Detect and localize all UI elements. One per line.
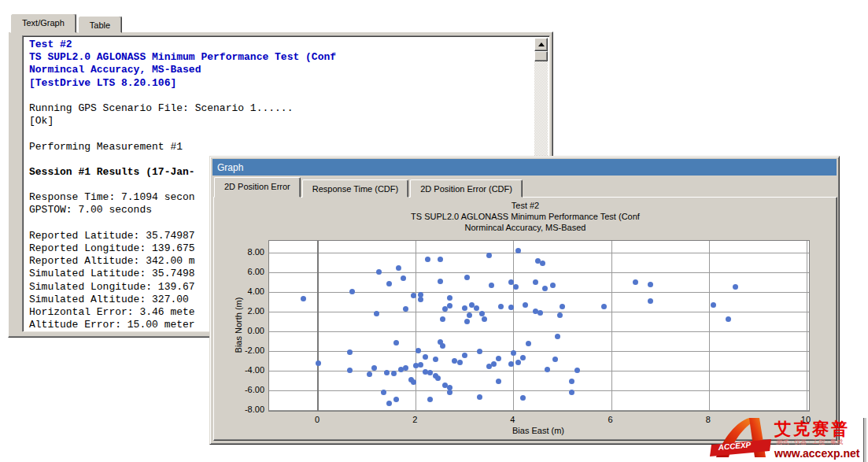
gridline-horizontal <box>269 390 809 391</box>
scatter-point <box>726 316 731 322</box>
x-tick-label: 4 <box>497 415 528 424</box>
scatter-point <box>496 379 501 384</box>
scatter-point <box>447 390 452 395</box>
gridline-vertical <box>611 241 612 411</box>
console-line: Running GPS Scenario File: Scenario 1...… <box>29 102 534 115</box>
scatter-point <box>462 305 467 311</box>
scatter-point <box>418 297 423 302</box>
scatter-point <box>477 394 482 400</box>
scatter-point <box>496 356 501 361</box>
scatter-point <box>418 362 423 368</box>
scatter-point <box>552 357 558 362</box>
accexp-url: www.accexp.net <box>774 447 860 460</box>
scatter-point <box>347 368 353 373</box>
scatter-point <box>464 319 470 324</box>
gridline-vertical <box>709 241 710 411</box>
scatter-point <box>467 312 472 318</box>
scatter-point <box>555 334 560 339</box>
console-line: [Ok] <box>29 115 534 128</box>
graph-titlebar[interactable]: Graph <box>212 159 837 176</box>
scatter-point <box>393 340 399 346</box>
scatter-point <box>648 298 653 304</box>
scatter-point <box>381 390 386 395</box>
chart-title-line3: Normincal Accuracy, MS-Based <box>214 223 837 232</box>
scatter-point <box>526 341 531 346</box>
scatter-point <box>482 316 487 322</box>
scatter-point <box>401 275 406 281</box>
x-tick-label: 0 <box>301 415 333 424</box>
tab-response-time-cdf[interactable]: Response Time (CDF) <box>302 179 408 198</box>
tab-text-graph[interactable]: Text/Graph <box>10 13 76 33</box>
scatter-point <box>301 296 306 301</box>
scatter-point <box>440 316 445 322</box>
scatter-point <box>349 289 355 294</box>
y-tick-label: -4.00 <box>228 365 264 375</box>
scatter-point <box>316 360 321 366</box>
scatter-point <box>486 253 492 258</box>
gridline-vertical <box>416 241 416 411</box>
accexp-watermark: ACCEXP 艾克赛普 测试 · 仪器 · 工控 · 集成 www.accexp… <box>710 416 868 462</box>
scatter-point <box>391 371 397 376</box>
accexp-tagline-cn: 测试 · 仪器 · 工控 · 集成 <box>776 438 843 445</box>
scatter-point <box>491 361 497 367</box>
scatter-point <box>427 397 433 402</box>
scatter-point <box>425 257 430 262</box>
y-tick-label: -6.00 <box>228 385 264 395</box>
x-tick-label: 2 <box>399 415 430 424</box>
scatter-point <box>457 360 463 365</box>
scatter-point <box>396 265 401 271</box>
scatter-point <box>520 355 526 360</box>
scatter-point <box>508 279 514 285</box>
scatter-point <box>508 361 514 367</box>
accexp-logo: ACCEXP 艾克赛普 测试 · 仪器 · 工控 · 集成 www.accexp… <box>710 416 868 462</box>
scatter-point <box>542 286 548 291</box>
tab-2d-position-error-cdf[interactable]: 2D Position Error (CDF) <box>410 179 523 198</box>
scatter-point <box>447 295 452 301</box>
scatter-point <box>733 284 738 290</box>
scatter-point <box>474 305 479 311</box>
chart-panel: Test #2 TS SUPL2.0 AGLONASS Minimum Perf… <box>213 197 837 441</box>
y-tick-label: 0.00 <box>228 326 264 336</box>
scatter-point <box>479 311 485 316</box>
console-line <box>29 128 534 140</box>
scrollbar-thumb[interactable] <box>534 51 548 61</box>
scatter-point <box>511 350 516 356</box>
scatter-point <box>411 379 416 385</box>
scatter-point <box>438 257 443 262</box>
tab-2d-position-error[interactable]: 2D Position Error <box>214 177 301 198</box>
scatter-point <box>403 306 408 312</box>
gridline-horizontal <box>269 410 809 411</box>
scatter-point <box>462 353 467 358</box>
tab-table[interactable]: Table <box>78 16 122 33</box>
scatter-point <box>393 397 399 402</box>
scatter-point <box>438 279 443 284</box>
scatter-point <box>557 312 563 318</box>
gridline-horizontal <box>269 331 809 332</box>
scatter-point <box>386 281 392 286</box>
gridline-vertical <box>807 241 807 411</box>
chart-title-line1: Test #2 <box>214 201 837 210</box>
y-tick-label: -8.00 <box>228 405 264 415</box>
graph-window: Graph 2D Position Error Response Time (C… <box>209 156 840 445</box>
gridline-horizontal <box>269 253 809 253</box>
scatter-point <box>489 283 494 288</box>
scatter-point <box>633 279 638 285</box>
scatter-point <box>367 371 372 377</box>
scatter-point <box>477 349 482 354</box>
scatter-point <box>601 304 607 309</box>
scatter-point <box>423 354 428 360</box>
scatter-point <box>540 261 545 266</box>
scatter-point <box>537 310 543 316</box>
scatter-point <box>523 302 528 308</box>
scatter-point <box>569 379 574 384</box>
scatter-point <box>569 390 574 395</box>
scatter-point <box>376 269 382 275</box>
desktop: Text/Graph Table Test #2TS SUPL2.0 AGLON… <box>0 0 868 462</box>
scatter-point <box>520 395 526 401</box>
axis-line-x0 <box>317 241 319 411</box>
console-line: Performing Measurement #1 <box>29 141 534 153</box>
scatter-point <box>371 365 377 371</box>
console-line <box>29 90 534 102</box>
scroll-up-button[interactable] <box>534 38 548 51</box>
scatter-point <box>347 349 353 355</box>
